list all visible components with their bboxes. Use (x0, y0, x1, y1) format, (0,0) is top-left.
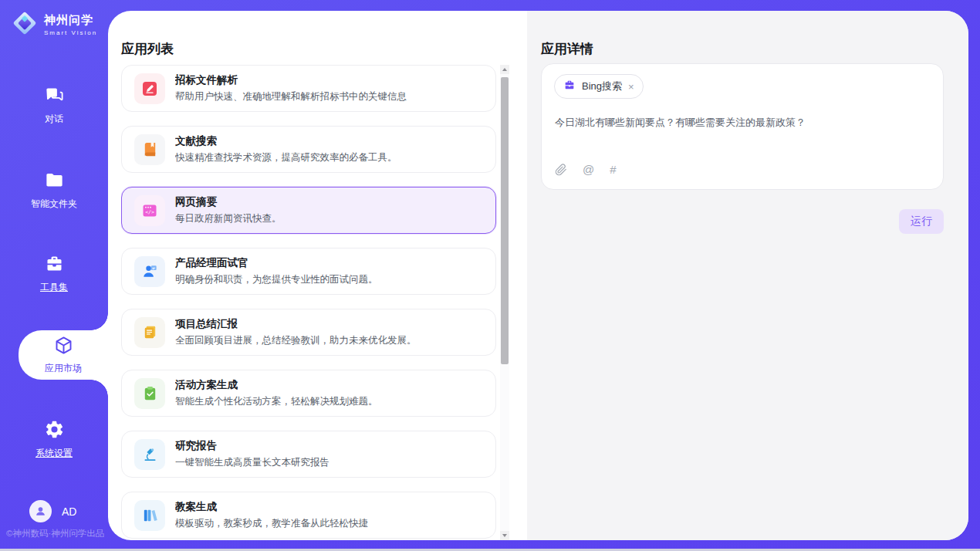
app-list-title: 应用列表 (121, 40, 174, 58)
app-card-project-summary[interactable]: 项目总结汇报 全面回顾项目进展，总结经验教训，助力未来优化发展。 (121, 309, 496, 356)
scrollbar-thumb[interactable] (501, 77, 509, 364)
brand-name: 神州问学 (44, 13, 97, 28)
app-card-desc: 智能生成个性化活动方案，轻松解决规划难题。 (175, 395, 378, 408)
hashtag-icon[interactable]: # (610, 163, 616, 176)
app-card-webpage-summary[interactable]: </> 网页摘要 每日政府新闻资讯快查。 (121, 187, 496, 234)
app-card-desc: 明确身份和职责，为您提供专业性的面试问题。 (175, 273, 378, 286)
app-card-title: 活动方案生成 (175, 378, 378, 392)
app-card-title: 项目总结汇报 (175, 317, 417, 331)
user-name: AD (62, 505, 76, 518)
sidebar-item-label: 对话 (45, 113, 63, 126)
brand-tagline: Smart Vision (44, 29, 97, 36)
app-card-desc: 每日政府新闻资讯快查。 (175, 212, 282, 225)
cube-icon (53, 335, 74, 359)
close-icon[interactable]: × (628, 82, 634, 92)
app-card-desc: 全面回顾项目进展，总结经验教训，助力未来优化发展。 (175, 334, 417, 347)
sidebar-item-label: 工具集 (40, 281, 68, 294)
run-button[interactable]: 运行 (899, 209, 944, 234)
app-card-title: 招标文件解析 (175, 73, 407, 87)
edit-icon (134, 73, 165, 104)
briefcase-icon (563, 79, 576, 94)
book-icon (134, 134, 165, 165)
app-card-desc: 一键智能生成高质量长文本研究报告 (175, 456, 329, 469)
app-card-title: 研究报告 (175, 439, 329, 453)
chat-icon (44, 85, 65, 109)
app-card-title: 网页摘要 (175, 195, 282, 209)
webpage-icon: </> (134, 195, 165, 226)
sidebar-item-toolset[interactable]: 工具集 (0, 253, 108, 294)
sidebar: 神州问学 Smart Vision 对话 智能文件夹 工具集 (0, 0, 108, 551)
mention-at-icon[interactable]: @ (583, 163, 594, 176)
app-card-literature-search[interactable]: 文献搜索 快速精准查找学术资源，提高研究效率的必备工具。 (121, 126, 496, 173)
user-account[interactable]: AD (29, 500, 76, 522)
query-input[interactable]: 今日湖北有哪些新闻要点？有哪些需要关注的最新政策？ (555, 115, 925, 130)
prompt-card: Bing搜索 × 今日湖北有哪些新闻要点？有哪些需要关注的最新政策？ @ # (541, 63, 944, 190)
sidebar-item-app-market[interactable]: 应用市场 (19, 330, 108, 380)
app-card-title: 文献搜索 (175, 134, 397, 148)
app-card-desc: 快速精准查找学术资源，提高研究效率的必备工具。 (175, 151, 397, 164)
app-card-desc: 帮助用户快速、准确地理解和解析招标书中的关键信息 (175, 90, 407, 103)
app-list: 招标文件解析 帮助用户快速、准确地理解和解析招标书中的关键信息 文献搜索 快速精… (121, 65, 498, 540)
brand-diamond-icon (11, 9, 39, 40)
avatar (29, 500, 52, 522)
sidebar-item-smart-folder[interactable]: 智能文件夹 (0, 170, 108, 211)
scroll-up-arrow-icon[interactable] (500, 65, 509, 74)
report-icon (134, 317, 165, 348)
main-content: 应用列表 招标文件解析 帮助用户快速、准确地理解和解析招标书中的关键信息 (108, 11, 968, 540)
paperclip-icon[interactable] (555, 164, 567, 176)
app-card-bid-parse[interactable]: 招标文件解析 帮助用户快速、准确地理解和解析招标书中的关键信息 (121, 65, 496, 112)
app-card-lesson-plan[interactable]: 教案生成 模板驱动，教案秒成，教学准备从此轻松快捷 (121, 492, 496, 539)
interview-icon (134, 256, 165, 287)
tool-chip-bing-search[interactable]: Bing搜索 × (554, 74, 644, 99)
app-card-event-plan[interactable]: 活动方案生成 智能生成个性化活动方案，轻松解决规划难题。 (121, 370, 496, 417)
gear-icon (44, 419, 65, 443)
sidebar-item-label: 应用市场 (45, 362, 82, 375)
app-list-scrollbar[interactable] (500, 65, 509, 540)
app-card-title: 产品经理面试官 (175, 256, 378, 270)
scroll-down-arrow-icon[interactable] (500, 531, 509, 540)
copyright-text: ©神州数码·神州问学出品 (6, 528, 104, 539)
microscope-icon (134, 439, 165, 470)
app-card-research-report[interactable]: 研究报告 一键智能生成高质量长文本研究报告 (121, 431, 496, 478)
app-card-pm-interviewer[interactable]: 产品经理面试官 明确身份和职责，为您提供专业性的面试问题。 (121, 248, 496, 295)
sidebar-item-settings[interactable]: 系统设置 (0, 419, 108, 460)
sidebar-item-label: 智能文件夹 (31, 198, 77, 211)
app-logo: 神州问学 Smart Vision (11, 9, 97, 40)
books-icon (134, 500, 165, 531)
app-card-desc: 模板驱动，教案秒成，教学准备从此轻松快捷 (175, 517, 368, 530)
app-detail-title: 应用详情 (541, 40, 593, 58)
tool-chip-label: Bing搜索 (582, 79, 622, 93)
attachment-toolbar: @ # (555, 163, 617, 176)
app-card-title: 教案生成 (175, 500, 368, 514)
toolbox-icon (44, 253, 65, 277)
app-detail-panel: 应用详情 Bing搜索 × 今日湖北有哪些新闻要点？有哪些需要关注的最新政策？ (527, 11, 968, 540)
folder-icon (44, 170, 65, 194)
clipboard-icon (134, 378, 165, 409)
sidebar-item-label: 系统设置 (35, 447, 73, 460)
sidebar-item-chat[interactable]: 对话 (0, 85, 108, 126)
svg-text:</>: </> (145, 209, 154, 215)
